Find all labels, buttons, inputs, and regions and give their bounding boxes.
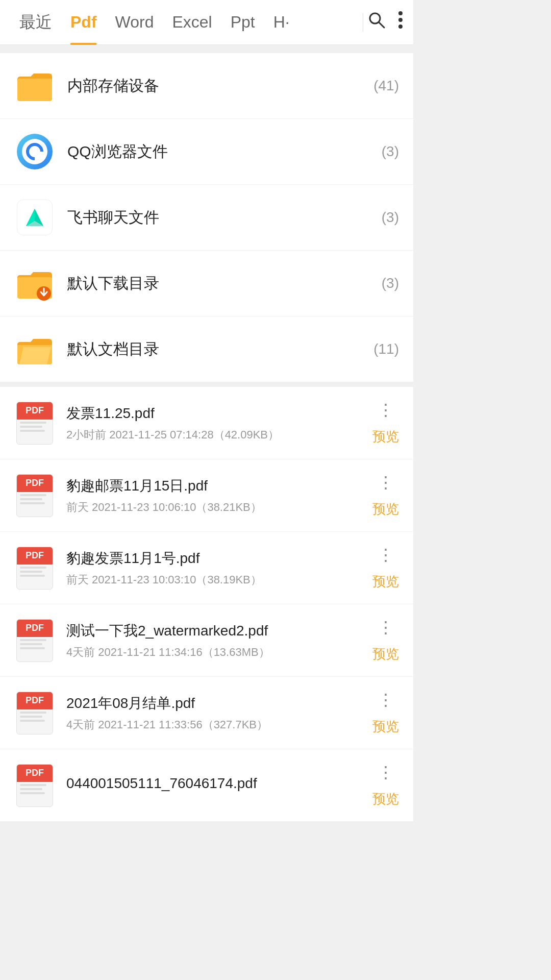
file-meta-5: 4天前 2021-11-21 11:33:56（327.7KB） [66,717,366,732]
folder-name-internal: 内部存储设备 [67,76,367,96]
folder-count-download: (3) [382,275,399,291]
file-actions-2: ⋮ 预览 [372,471,399,520]
file-info-2: 豹趣邮票11月15日.pdf 前天 2021-11-23 10:06:10（38… [66,476,366,515]
folder-count-internal: (41) [373,78,399,94]
tab-list: 最近 Pdf Word Excel Ppt H· [10,0,359,45]
folder-item-docs[interactable]: 默认文档目录 (11) [0,316,413,382]
file-name-5: 2021年08月结单.pdf [66,694,366,713]
folder-name-docs: 默认文档目录 [67,339,367,360]
file-item-6[interactable]: PDF 044001505111_76046174.pdf ⋮ 预览 [0,749,413,821]
svg-point-4 [398,24,403,29]
file-item-4[interactable]: PDF 测试一下我2_watermarked2.pdf 4天前 2021-11-… [0,604,413,677]
file-actions-5: ⋮ 预览 [372,688,399,738]
header-icons [367,11,403,34]
file-name-3: 豹趣发票11月1号.pdf [66,549,366,568]
more-button-1[interactable]: ⋮ [373,398,398,422]
file-name-4: 测试一下我2_watermarked2.pdf [66,621,366,641]
folder-icon-download [14,263,55,304]
folder-icon-docs [14,329,55,370]
folder-icon-internal [14,65,55,106]
pdf-icon-5: PDF [14,691,55,736]
preview-button-3[interactable]: 预览 [372,571,399,593]
file-meta-1: 2小时前 2021-11-25 07:14:28（42.09KB） [66,427,366,443]
folder-icon-qq [14,131,55,172]
more-button-4[interactable]: ⋮ [373,616,398,639]
tab-pdf[interactable]: Pdf [61,0,106,45]
folder-item-qq[interactable]: QQ浏览器文件 (3) [0,119,413,185]
more-button-5[interactable]: ⋮ [373,688,398,712]
tab-html[interactable]: H· [264,0,299,45]
pdf-icon-4: PDF [14,618,55,663]
preview-button-2[interactable]: 预览 [372,498,399,520]
folder-item-internal[interactable]: 内部存储设备 (41) [0,53,413,119]
file-meta-2: 前天 2021-11-23 10:06:10（38.21KB） [66,500,366,515]
more-button-2[interactable]: ⋮ [373,471,398,494]
preview-button-4[interactable]: 预览 [372,643,399,665]
file-item-1[interactable]: PDF 发票11.25.pdf 2小时前 2021-11-25 07:14:28… [0,387,413,459]
file-actions-4: ⋮ 预览 [372,616,399,665]
preview-button-1[interactable]: 预览 [372,426,399,448]
tab-ppt[interactable]: Ppt [221,0,264,45]
file-actions-6: ⋮ 预览 [372,761,399,810]
folder-name-download: 默认下载目录 [67,273,375,294]
folder-count-docs: (11) [373,341,399,357]
file-actions-1: ⋮ 预览 [372,398,399,448]
pdf-icon-6: PDF [14,763,55,808]
folder-item-feishu[interactable]: 飞书聊天文件 (3) [0,185,413,251]
file-info-4: 测试一下我2_watermarked2.pdf 4天前 2021-11-21 1… [66,621,366,660]
file-name-6: 044001505111_76046174.pdf [66,775,366,792]
svg-line-1 [379,22,384,28]
folder-item-download[interactable]: 默认下载目录 (3) [0,251,413,316]
file-name-1: 发票11.25.pdf [66,404,366,423]
tab-excel[interactable]: Excel [163,0,221,45]
folder-name-feishu: 飞书聊天文件 [67,207,375,228]
file-info-1: 发票11.25.pdf 2小时前 2021-11-25 07:14:28（42.… [66,404,366,443]
svg-point-3 [398,18,403,22]
file-name-2: 豹趣邮票11月15日.pdf [66,476,366,496]
folder-icon-feishu [14,197,55,238]
file-item-3[interactable]: PDF 豹趣发票11月1号.pdf 前天 2021-11-23 10:03:10… [0,532,413,604]
svg-rect-6 [17,79,52,101]
search-icon[interactable] [367,11,386,34]
tab-divider [363,13,363,32]
file-meta-3: 前天 2021-11-23 10:03:10（38.19KB） [66,572,366,587]
preview-button-5[interactable]: 预览 [372,716,399,738]
preview-button-6[interactable]: 预览 [372,788,399,810]
more-button-3[interactable]: ⋮ [373,543,398,567]
tab-recent[interactable]: 最近 [10,0,61,45]
file-item-2[interactable]: PDF 豹趣邮票11月15日.pdf 前天 2021-11-23 10:06:1… [0,459,413,532]
file-meta-4: 4天前 2021-11-21 11:34:16（13.63MB） [66,645,366,660]
tab-word[interactable]: Word [106,0,163,45]
folder-name-qq: QQ浏览器文件 [67,141,375,162]
pdf-icon-2: PDF [14,473,55,518]
file-card: PDF 发票11.25.pdf 2小时前 2021-11-25 07:14:28… [0,387,413,821]
pdf-icon-3: PDF [14,546,55,591]
folder-count-qq: (3) [382,143,399,160]
file-actions-3: ⋮ 预览 [372,543,399,593]
more-icon[interactable] [398,11,403,34]
file-info-5: 2021年08月结单.pdf 4天前 2021-11-21 11:33:56（3… [66,694,366,732]
folder-count-feishu: (3) [382,209,399,226]
file-item-5[interactable]: PDF 2021年08月结单.pdf 4天前 2021-11-21 11:33:… [0,677,413,749]
file-info-3: 豹趣发票11月1号.pdf 前天 2021-11-23 10:03:10（38.… [66,549,366,587]
pdf-icon-1: PDF [14,401,55,446]
svg-point-2 [398,11,403,15]
content: 内部存储设备 (41) QQ浏览器文件 (3) [0,45,413,835]
more-button-6[interactable]: ⋮ [373,761,398,784]
header: 最近 Pdf Word Excel Ppt H· [0,0,413,45]
folder-card: 内部存储设备 (41) QQ浏览器文件 (3) [0,53,413,382]
file-info-6: 044001505111_76046174.pdf [66,775,366,796]
